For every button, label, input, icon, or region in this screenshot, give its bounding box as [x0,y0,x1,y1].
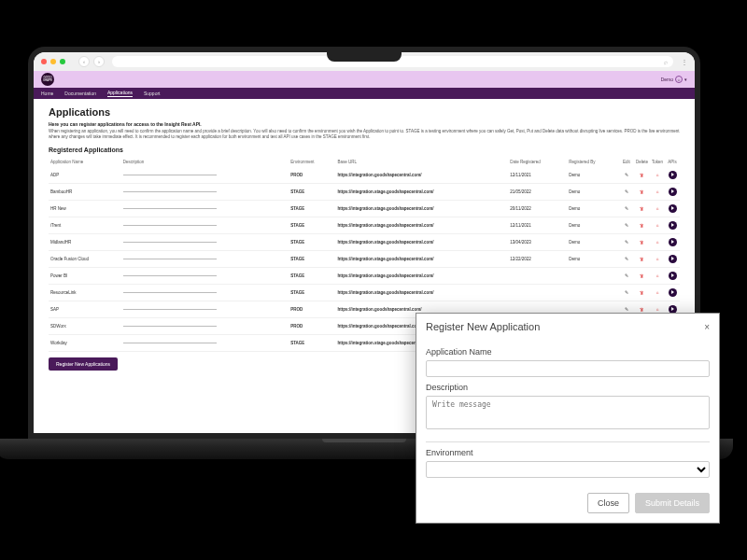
cell-desc[interactable] [121,267,289,284]
token-icon[interactable]: ⌂ [654,305,661,313]
page-title: Applications [49,106,680,118]
table-row: BambooHRSTAGEhttps://integration.stage.g… [49,183,680,200]
nav-applications[interactable]: Applications [107,90,133,97]
token-icon[interactable]: ⌂ [654,204,661,212]
cell-date [508,284,567,301]
back-button[interactable]: ‹ [78,56,90,67]
forward-button[interactable]: › [93,56,105,67]
delete-icon[interactable]: 🗑 [638,305,645,313]
col-edit: Edit [619,157,634,167]
delete-icon[interactable]: 🗑 [638,238,645,245]
submit-details-button[interactable]: Submit Details [635,493,710,513]
edit-icon[interactable]: ✎ [623,255,630,262]
cell-env: STAGE [289,250,335,267]
cell-desc[interactable] [121,200,289,217]
cell-desc[interactable] [121,167,289,184]
modal-title: Register New Application [426,321,540,332]
cell-date: 20/11/2022 [508,200,567,217]
token-icon[interactable]: ⌂ [654,221,661,229]
col-by: Registered By [567,157,619,167]
edit-icon[interactable]: ✎ [623,171,630,178]
cell-desc[interactable] [121,334,289,351]
app-name-label: Application Name [426,347,710,357]
cell-date: 12/11/2021 [508,167,567,184]
cell-desc[interactable] [121,301,289,317]
environment-select[interactable] [426,461,710,478]
cell-name: SAP [49,301,121,317]
user-menu[interactable]: Demo ☺ ▾ [661,76,687,83]
edit-icon[interactable]: ✎ [623,188,630,195]
apis-play-icon[interactable] [669,238,677,246]
nav-documentation[interactable]: Documentation [64,91,96,97]
table-row: iTrentSTAGEhttps://integration.stage.goo… [49,217,680,233]
cell-name: Power BI [49,267,121,284]
apis-play-icon[interactable] [669,188,677,196]
close-icon[interactable]: × [704,322,710,332]
cell-date: 12/22/2022 [508,250,567,267]
cell-by [567,267,619,284]
delete-icon[interactable]: 🗑 [638,288,645,296]
description-input[interactable] [426,396,710,429]
cell-url: https://integration.stage.goodshapecentr… [336,284,509,301]
delete-icon[interactable]: 🗑 [638,204,645,212]
cell-env: STAGE [289,233,335,250]
apis-play-icon[interactable] [669,255,677,263]
cell-desc[interactable] [121,317,289,334]
table-row: ResourceLinkSTAGEhttps://integration.sta… [49,284,680,301]
environment-label: Environment [426,448,710,457]
cell-name: MidlandHR [49,233,121,250]
delete-icon[interactable]: 🗑 [638,221,645,229]
token-icon[interactable]: ⌂ [654,171,661,178]
edit-icon[interactable]: ✎ [623,305,630,313]
cell-env: STAGE [289,334,335,351]
edit-icon[interactable]: ✎ [623,272,630,279]
apis-play-icon[interactable] [669,221,677,230]
table-row: ADPPRODhttps://integration.goodshapecent… [49,167,680,184]
nav-support[interactable]: Support [144,91,161,97]
cell-desc[interactable] [121,284,289,301]
apis-play-icon[interactable] [669,171,677,179]
cell-name: SDWorx [49,317,121,334]
cell-env: STAGE [289,284,335,301]
delete-icon[interactable]: 🗑 [638,171,645,178]
register-new-button[interactable]: Register New Applications [49,357,118,371]
col-apis: APIs [665,157,680,167]
token-icon[interactable]: ⌂ [654,188,661,195]
nav-home[interactable]: Home [41,91,53,97]
token-icon[interactable]: ⌂ [654,238,661,245]
laptop-notch [327,52,402,62]
table-row: MidlandHRSTAGEhttps://integration.stage.… [49,233,680,250]
cell-name: HR New [49,200,121,217]
window-max-dot[interactable] [60,59,65,64]
apis-play-icon[interactable] [669,272,677,280]
cell-date [508,267,567,284]
cell-name: Workday [49,334,121,351]
edit-icon[interactable]: ✎ [623,221,630,229]
cell-env: STAGE [289,200,335,217]
cell-url: https://integration.stage.goodshapecentr… [336,250,509,267]
modal-close-button[interactable]: Close [587,493,629,513]
col-desc: Description [121,157,289,167]
window-close-dot[interactable] [41,59,47,64]
cell-desc[interactable] [121,250,289,267]
token-icon[interactable]: ⌂ [654,255,661,262]
cell-desc[interactable] [121,183,289,200]
window-min-dot[interactable] [50,59,56,64]
main-nav: Home Documentation Applications Support [34,88,695,99]
app-name-input[interactable] [426,360,710,377]
cell-env: PROD [289,317,335,334]
token-icon[interactable]: ⌂ [654,288,661,296]
edit-icon[interactable]: ✎ [623,204,630,212]
edit-icon[interactable]: ✎ [623,288,630,296]
cell-desc[interactable] [121,233,289,250]
token-icon[interactable]: ⌂ [654,272,661,279]
cell-desc[interactable] [121,217,289,233]
edit-icon[interactable]: ✎ [623,238,630,245]
logo[interactable]: GOOD SHAPE [41,73,54,86]
delete-icon[interactable]: 🗑 [638,255,645,262]
delete-icon[interactable]: 🗑 [638,272,645,279]
apis-play-icon[interactable] [669,288,677,297]
delete-icon[interactable]: 🗑 [638,188,645,195]
browser-menu-icon[interactable]: ⋮ [681,58,687,66]
apis-play-icon[interactable] [669,204,677,213]
